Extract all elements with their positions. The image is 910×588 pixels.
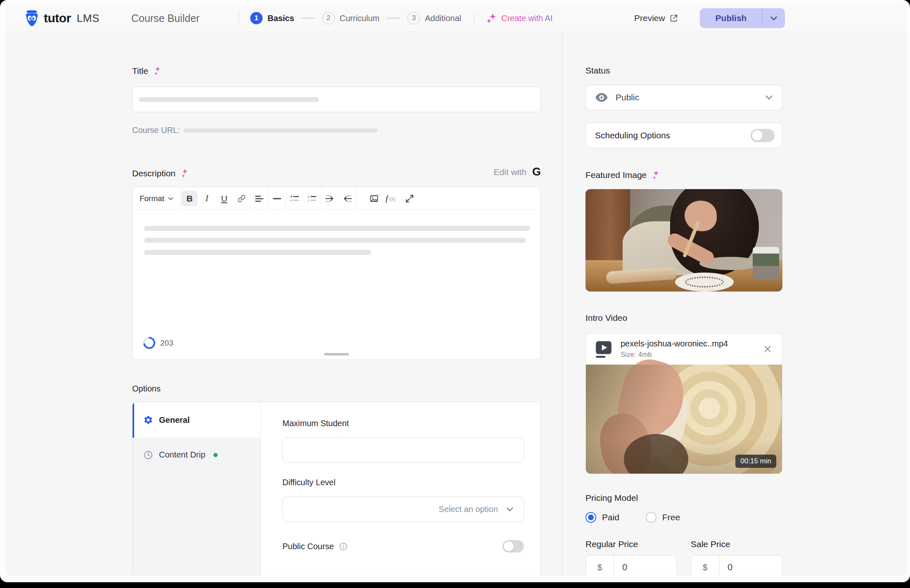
title-label: Title [132,66,148,76]
remove-video-button[interactable] [761,343,774,355]
maximum-student-input[interactable] [282,437,524,463]
browser-page: tutor LMS Course Builder 1 Basics 2 Curr… [0,0,910,582]
sparkle-icon[interactable] [152,66,163,76]
outdent-icon [342,195,352,202]
sale-price-value: 0 [719,562,732,573]
publish-button[interactable]: Publish [700,8,762,28]
sparkle-icon[interactable] [651,170,661,180]
sparkle-icon[interactable] [180,168,190,178]
toolbar-separator [356,187,356,210]
eye-icon [595,92,608,102]
chevron-down-icon [506,507,514,512]
publish-dropdown-button[interactable] [763,8,785,28]
step-number: 1 [250,12,263,24]
char-count: 203 [160,339,173,348]
tab-general[interactable]: General [133,402,261,438]
featured-image-label: Featured Image [585,170,647,180]
description-editor: Format B I U [132,187,541,360]
price-inputs-row: $ 0 $ 0 [585,555,782,576]
header-divider [474,13,474,24]
course-title-input[interactable] [132,87,541,112]
outdent-button[interactable] [339,187,356,210]
step-connector [387,18,400,19]
sale-price-input[interactable]: $ 0 [691,555,782,576]
text-skeleton-line [144,226,530,231]
tab-content-drip[interactable]: Content Drip [133,438,261,472]
word-count-row: 203 [143,337,173,349]
video-duration-badge: 00:15 min [735,455,776,468]
publish-sidebar: Status Public Scheduling Options Feature… [585,33,782,576]
difficulty-select[interactable]: Select an option [282,496,524,522]
paid-option[interactable]: Paid [585,512,619,523]
free-option[interactable]: Free [646,512,680,523]
underline-button[interactable]: U [216,187,233,210]
step-number: 3 [408,12,420,24]
video-thumbnail[interactable]: 00:15 min [586,365,782,474]
toggle-knob [504,541,514,551]
edit-with-button[interactable]: Edit with G [494,166,541,178]
app-header: tutor LMS Course Builder 1 Basics 2 Curr… [5,4,907,32]
regular-price-input[interactable]: $ 0 [585,555,677,576]
italic-icon: I [206,193,209,204]
general-options-panel: Maximum Student Difficulty Level Select … [261,402,540,576]
status-select[interactable]: Public [585,85,782,110]
gear-icon [143,415,153,425]
expand-editor-button[interactable] [401,187,418,210]
ai-sparkle-icon [486,12,497,24]
public-course-toggle[interactable] [502,540,524,552]
enabled-status-dot [213,453,218,457]
featured-image-label-row: Featured Image [585,170,782,180]
step-label: Curriculum [340,14,380,23]
scheduling-options-label: Scheduling Options [595,130,751,140]
scheduling-options-toggle[interactable] [751,129,775,142]
step-connector [302,18,315,19]
svg-text:1: 1 [308,195,310,199]
toolbar-insert-group: f(x) [366,187,418,210]
ordered-list-button[interactable]: 12 [303,187,321,210]
formula-icon: f(x) [386,194,399,203]
title-skeleton [139,97,319,102]
radio-selected-icon [585,512,596,523]
editor-content[interactable]: 203 [133,210,540,360]
options-card: General Content Drip Maximum Student Dif… [132,402,541,576]
options-label: Options [132,384,541,394]
editor-resize-handle[interactable] [324,353,349,356]
expand-icon [405,194,414,203]
image-icon [370,194,380,203]
indent-icon [325,195,335,202]
content-area: Title Course URL: Description [5,33,907,576]
close-icon [763,344,772,353]
step-basics[interactable]: 1 Basics [250,12,294,24]
video-file-icon [594,339,613,358]
video-filename: pexels-joshua-woroniec..mp4 [621,339,761,349]
insert-image-button[interactable] [366,187,384,210]
intro-video-card: pexels-joshua-woroniec..mp4 Size: 4mb [585,333,782,474]
indent-button[interactable] [321,187,339,210]
horizontal-rule-button[interactable] [268,187,286,210]
bullet-list-button[interactable] [286,187,303,210]
align-button[interactable] [251,187,268,210]
preview-button[interactable]: Preview [634,4,678,32]
toggle-knob [752,130,763,141]
info-icon[interactable] [339,542,348,551]
italic-button[interactable]: I [198,187,216,210]
step-additional[interactable]: 3 Additional [408,12,461,24]
radio-unselected-icon [646,512,656,523]
scheduling-options-card: Scheduling Options [585,123,782,148]
regular-price-value: 0 [614,562,627,573]
svg-text:f: f [386,194,389,203]
tab-label: Content Drip [159,450,205,460]
format-dropdown[interactable]: Format [133,187,180,210]
step-curriculum[interactable]: 2 Curriculum [322,12,380,24]
link-button[interactable] [233,187,250,210]
clock-icon [143,450,153,460]
currency-symbol: $ [586,555,614,576]
course-form: Title Course URL: Description [132,33,541,576]
brand-logo[interactable]: tutor LMS [24,4,100,32]
formula-button[interactable]: f(x) [384,187,401,210]
free-label: Free [662,512,680,522]
featured-image[interactable] [585,189,782,292]
create-with-ai-button[interactable]: Create with AI [486,4,553,32]
bold-button[interactable]: B [181,187,198,210]
sale-price-label: Sale Price [691,539,782,549]
